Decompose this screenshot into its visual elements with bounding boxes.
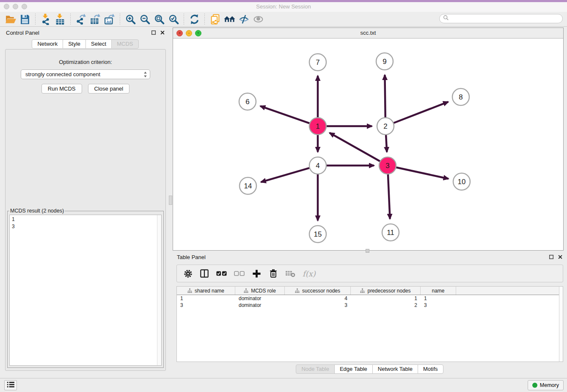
graph-node-label: 1 xyxy=(316,122,319,130)
zoom-selected-icon xyxy=(168,14,179,25)
graph-edge-3-10[interactable] xyxy=(396,167,449,179)
close-panel-button[interactable] xyxy=(160,30,165,35)
delete-column-button[interactable] xyxy=(269,269,278,278)
hierarchy-icon xyxy=(244,288,248,293)
graph-node-1[interactable]: 1 xyxy=(309,118,326,135)
deselect-all-rows-button[interactable] xyxy=(234,271,245,276)
open-session-button[interactable] xyxy=(3,13,18,25)
function-builder-button[interactable]: f(x) xyxy=(303,269,316,278)
copy-network-button[interactable] xyxy=(208,13,222,25)
search-icon xyxy=(443,15,449,22)
float-table-panel-button[interactable] xyxy=(549,254,554,259)
columns-icon xyxy=(200,269,209,278)
toolbar-separator xyxy=(184,14,184,25)
tab-mcds[interactable]: MCDS xyxy=(111,39,138,49)
import-network-button[interactable] xyxy=(39,13,53,25)
tab-select[interactable]: Select xyxy=(85,39,112,49)
graph-node-label: 15 xyxy=(314,230,322,238)
zoom-fit-button[interactable] xyxy=(152,13,166,25)
export-image-button[interactable] xyxy=(102,13,117,25)
tab-node-table[interactable]: Node Table xyxy=(296,364,335,374)
delete-table-button[interactable] xyxy=(285,268,295,279)
control-panel-title: Control Panel xyxy=(6,30,39,36)
search-box[interactable] xyxy=(439,14,563,23)
graph-node-8[interactable]: 8 xyxy=(452,88,469,105)
table-scrollbar[interactable] xyxy=(559,287,563,362)
select-all-rows-button[interactable] xyxy=(216,271,227,276)
export-table-button[interactable] xyxy=(88,13,102,25)
memory-button[interactable]: Memory xyxy=(528,380,564,390)
graph-edge-1-6[interactable] xyxy=(260,106,310,124)
graph-node-11[interactable]: 11 xyxy=(382,224,399,241)
graph-edge-2-9[interactable] xyxy=(385,75,385,118)
graph-edge-3-11[interactable] xyxy=(388,174,390,219)
graph-edge-3-1[interactable] xyxy=(330,133,380,161)
graph-edge-4-14[interactable] xyxy=(261,168,310,182)
graph-node-3[interactable]: 3 xyxy=(379,157,396,174)
column-header-MCDS-role[interactable]: MCDS role xyxy=(235,287,285,295)
graph-edge-2-8[interactable] xyxy=(394,102,449,123)
graph-node-14[interactable]: 14 xyxy=(239,177,256,194)
delete-table-icon xyxy=(285,268,295,279)
graph-edge-2-3[interactable] xyxy=(386,135,387,152)
close-table-panel-button[interactable] xyxy=(558,254,563,259)
graph-node-4[interactable]: 4 xyxy=(309,157,326,174)
zoom-in-icon xyxy=(125,14,136,25)
tab-style[interactable]: Style xyxy=(63,39,86,49)
result-scrollbar[interactable] xyxy=(157,215,161,365)
refresh-icon xyxy=(189,14,200,25)
node-table[interactable]: shared nameMCDS rolesuccessor nodesprede… xyxy=(176,286,563,362)
tab-network-table[interactable]: Network Table xyxy=(372,364,418,374)
graph-node-label: 6 xyxy=(245,98,249,106)
graph-node-7[interactable]: 7 xyxy=(309,54,326,71)
graph-node-9[interactable]: 9 xyxy=(376,53,393,70)
first-neighbors-button[interactable] xyxy=(222,13,237,25)
criterion-select[interactable]: strongly connected component xyxy=(21,69,150,79)
import-table-button[interactable] xyxy=(53,13,67,25)
table-panel-header: Table Panel xyxy=(173,252,567,262)
create-column-button[interactable] xyxy=(252,269,261,279)
graph-node-15[interactable]: 15 xyxy=(309,226,326,243)
export-network-button[interactable] xyxy=(74,13,88,25)
table-cell: 2 xyxy=(351,302,421,308)
window-title: Session: New Session xyxy=(0,3,567,10)
refresh-button[interactable] xyxy=(187,13,201,25)
mcds-result-box[interactable]: 1 3 xyxy=(9,215,162,366)
optimization-criterion-label: Optimization criterion: xyxy=(6,59,165,65)
zoom-selected-button[interactable] xyxy=(166,13,181,25)
close-panel-button-2[interactable]: Close panel xyxy=(88,84,130,94)
graph-node-6[interactable]: 6 xyxy=(239,93,256,110)
column-header-predecessor-nodes[interactable]: predecessor nodes xyxy=(351,287,421,295)
table-settings-button[interactable] xyxy=(184,269,193,278)
run-mcds-button[interactable]: Run MCDS xyxy=(41,84,82,94)
status-bar: Memory xyxy=(0,378,567,392)
column-header-name[interactable]: name xyxy=(421,287,456,295)
graph-node-2[interactable]: 2 xyxy=(377,118,394,135)
tab-motifs[interactable]: Motifs xyxy=(418,364,443,374)
network-window-titlebar[interactable]: × − + scc.txt xyxy=(173,28,563,39)
show-all-button[interactable] xyxy=(251,13,265,25)
panel-splitter-handle[interactable] xyxy=(169,196,172,205)
graph-node-label: 9 xyxy=(383,58,386,66)
column-header-successor-nodes[interactable]: successor nodes xyxy=(285,287,351,295)
hide-selected-button[interactable] xyxy=(237,13,251,25)
network-canvas[interactable]: 1234678910111415 xyxy=(173,38,563,250)
import-table-icon xyxy=(55,14,66,25)
save-session-button[interactable] xyxy=(18,13,32,25)
table-row[interactable]: 1dominator411 xyxy=(177,295,563,302)
search-input[interactable] xyxy=(451,15,562,22)
column-header-shared-name[interactable]: shared name xyxy=(177,287,235,295)
task-history-button[interactable] xyxy=(4,380,17,390)
copy-network-icon xyxy=(210,14,220,25)
tab-network[interactable]: Network xyxy=(32,39,63,49)
graph-node-label: 7 xyxy=(316,58,319,66)
table-row[interactable]: 3dominator323 xyxy=(177,302,563,309)
graph-node-10[interactable]: 10 xyxy=(453,173,470,190)
float-panel-button[interactable] xyxy=(151,30,156,35)
mcds-panel: Optimization criterion: strongly connect… xyxy=(5,49,166,371)
zoom-in-button[interactable] xyxy=(123,13,138,25)
tab-edge-table[interactable]: Edge Table xyxy=(334,364,373,374)
zoom-out-button[interactable] xyxy=(138,13,152,25)
toggle-panel-button[interactable] xyxy=(200,269,209,278)
memory-label: Memory xyxy=(540,382,559,388)
